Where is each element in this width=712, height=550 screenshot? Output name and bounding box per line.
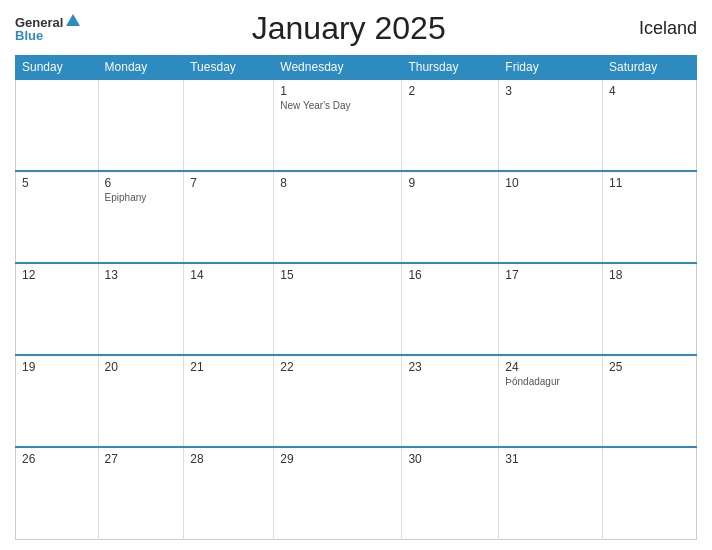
day-cell: 23 xyxy=(402,355,499,447)
day-of-week-header: Saturday xyxy=(603,56,697,80)
day-of-week-header: Thursday xyxy=(402,56,499,80)
calendar-header: General Blue January 2025 Iceland xyxy=(15,10,697,47)
day-number: 31 xyxy=(505,452,596,466)
day-cell: 3 xyxy=(499,79,603,171)
day-number: 22 xyxy=(280,360,395,374)
day-cell xyxy=(16,79,99,171)
day-cell: 31 xyxy=(499,447,603,539)
day-cell: 9 xyxy=(402,171,499,263)
day-number: 12 xyxy=(22,268,92,282)
day-cell: 14 xyxy=(184,263,274,355)
day-cell: 2 xyxy=(402,79,499,171)
day-cell: 16 xyxy=(402,263,499,355)
day-number: 8 xyxy=(280,176,395,190)
day-cell: 20 xyxy=(98,355,184,447)
day-cell: 5 xyxy=(16,171,99,263)
day-of-week-header: Friday xyxy=(499,56,603,80)
day-cell: 21 xyxy=(184,355,274,447)
day-cell: 22 xyxy=(274,355,402,447)
day-event: Epiphany xyxy=(105,192,178,203)
day-cell: 11 xyxy=(603,171,697,263)
day-number: 1 xyxy=(280,84,395,98)
day-number: 20 xyxy=(105,360,178,374)
day-cell: 24Þóndadagur xyxy=(499,355,603,447)
day-cell: 4 xyxy=(603,79,697,171)
day-event: New Year's Day xyxy=(280,100,395,111)
day-cell: 12 xyxy=(16,263,99,355)
day-cell xyxy=(98,79,184,171)
country-label: Iceland xyxy=(617,18,697,39)
day-number: 7 xyxy=(190,176,267,190)
day-number: 14 xyxy=(190,268,267,282)
day-cell: 8 xyxy=(274,171,402,263)
day-cell: 25 xyxy=(603,355,697,447)
day-number: 26 xyxy=(22,452,92,466)
day-number: 10 xyxy=(505,176,596,190)
day-number: 16 xyxy=(408,268,492,282)
day-cell: 19 xyxy=(16,355,99,447)
day-of-week-header: Sunday xyxy=(16,56,99,80)
week-row: 56Epiphany7891011 xyxy=(16,171,697,263)
week-row: 262728293031 xyxy=(16,447,697,539)
day-cell xyxy=(603,447,697,539)
day-cell: 10 xyxy=(499,171,603,263)
day-of-week-header: Monday xyxy=(98,56,184,80)
day-number: 27 xyxy=(105,452,178,466)
day-cell: 27 xyxy=(98,447,184,539)
day-cell: 26 xyxy=(16,447,99,539)
day-number: 19 xyxy=(22,360,92,374)
days-of-week-row: SundayMondayTuesdayWednesdayThursdayFrid… xyxy=(16,56,697,80)
week-row: 1New Year's Day234 xyxy=(16,79,697,171)
week-row: 192021222324Þóndadagur25 xyxy=(16,355,697,447)
day-cell: 30 xyxy=(402,447,499,539)
day-cell: 15 xyxy=(274,263,402,355)
day-cell: 29 xyxy=(274,447,402,539)
day-of-week-header: Tuesday xyxy=(184,56,274,80)
calendar-table: SundayMondayTuesdayWednesdayThursdayFrid… xyxy=(15,55,697,540)
logo-triangle-icon xyxy=(66,14,80,26)
day-cell: 18 xyxy=(603,263,697,355)
day-number: 30 xyxy=(408,452,492,466)
day-number: 24 xyxy=(505,360,596,374)
day-of-week-header: Wednesday xyxy=(274,56,402,80)
day-number: 11 xyxy=(609,176,690,190)
day-cell: 28 xyxy=(184,447,274,539)
day-number: 18 xyxy=(609,268,690,282)
day-number: 25 xyxy=(609,360,690,374)
logo-general-text: General xyxy=(15,16,63,29)
day-number: 9 xyxy=(408,176,492,190)
day-number: 4 xyxy=(609,84,690,98)
day-number: 13 xyxy=(105,268,178,282)
day-number: 15 xyxy=(280,268,395,282)
day-number: 5 xyxy=(22,176,92,190)
day-number: 6 xyxy=(105,176,178,190)
day-cell: 7 xyxy=(184,171,274,263)
day-cell: 6Epiphany xyxy=(98,171,184,263)
day-cell: 13 xyxy=(98,263,184,355)
day-cell: 17 xyxy=(499,263,603,355)
day-number: 3 xyxy=(505,84,596,98)
day-number: 2 xyxy=(408,84,492,98)
day-event: Þóndadagur xyxy=(505,376,596,387)
logo-blue-text: Blue xyxy=(15,29,43,42)
calendar-wrapper: General Blue January 2025 Iceland Sunday… xyxy=(0,0,712,550)
day-number: 17 xyxy=(505,268,596,282)
day-number: 28 xyxy=(190,452,267,466)
day-cell: 1New Year's Day xyxy=(274,79,402,171)
calendar-title: January 2025 xyxy=(80,10,617,47)
day-number: 23 xyxy=(408,360,492,374)
day-number: 29 xyxy=(280,452,395,466)
logo: General Blue xyxy=(15,16,80,42)
week-row: 12131415161718 xyxy=(16,263,697,355)
day-cell xyxy=(184,79,274,171)
day-number: 21 xyxy=(190,360,267,374)
